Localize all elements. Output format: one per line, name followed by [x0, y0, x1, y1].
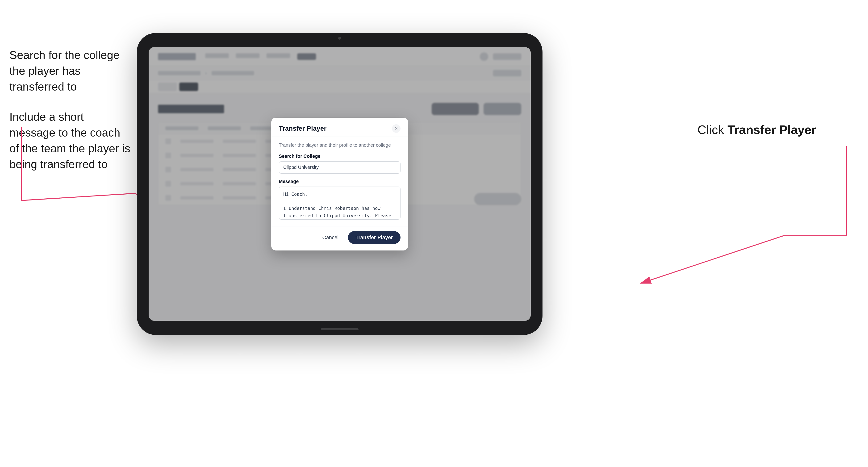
message-textarea[interactable]: Hi Coach, I understand Chris Robertson h… [279, 187, 401, 220]
cancel-button[interactable]: Cancel [318, 232, 343, 243]
modal-body: Transfer the player and their profile to… [271, 137, 408, 226]
ipad-camera [338, 37, 341, 40]
modal-close-button[interactable]: × [392, 124, 401, 133]
search-college-label: Search for College [279, 154, 401, 159]
transfer-player-button[interactable]: Transfer Player [348, 231, 401, 244]
annotation-search-text: Search for the college the player has tr… [9, 47, 132, 95]
search-college-input[interactable] [279, 161, 401, 174]
modal-overlay: Transfer Player × Transfer the player an… [149, 47, 531, 321]
message-label: Message [279, 179, 401, 184]
ipad-home-indicator [321, 328, 359, 330]
modal-header: Transfer Player × [271, 118, 408, 137]
modal-footer: Cancel Transfer Player [271, 226, 408, 250]
annotation-transfer-label: Transfer Player [727, 123, 816, 136]
modal-subtitle: Transfer the player and their profile to… [279, 143, 401, 148]
ipad-screen: › [149, 47, 531, 321]
ipad-frame: › [137, 33, 542, 335]
modal-title: Transfer Player [279, 125, 327, 132]
annotation-right-text: Click Transfer Player [698, 123, 816, 137]
svg-line-1 [642, 236, 783, 283]
annotation-message-text: Include a short message to the coach of … [9, 109, 132, 173]
annotation-left-text: Search for the college the player has tr… [9, 47, 132, 186]
transfer-player-modal: Transfer Player × Transfer the player an… [271, 118, 408, 250]
svg-line-3 [21, 193, 134, 200]
